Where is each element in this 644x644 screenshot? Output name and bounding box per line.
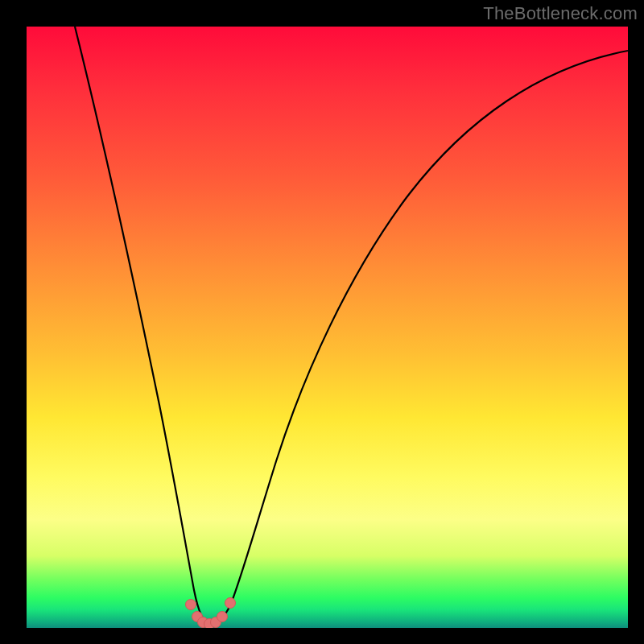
marker-group <box>186 598 236 629</box>
plot-area <box>27 27 628 628</box>
svg-point-3 <box>204 619 215 629</box>
bottleneck-curve <box>27 27 628 628</box>
svg-point-6 <box>225 598 236 609</box>
svg-point-1 <box>192 612 203 622</box>
svg-point-2 <box>198 617 208 628</box>
svg-point-0 <box>186 600 196 610</box>
svg-point-5 <box>217 612 228 622</box>
watermark-text: TheBottleneck.com <box>483 3 638 24</box>
curve-path <box>75 27 628 624</box>
svg-point-4 <box>211 617 221 628</box>
chart-frame: TheBottleneck.com <box>0 0 644 644</box>
